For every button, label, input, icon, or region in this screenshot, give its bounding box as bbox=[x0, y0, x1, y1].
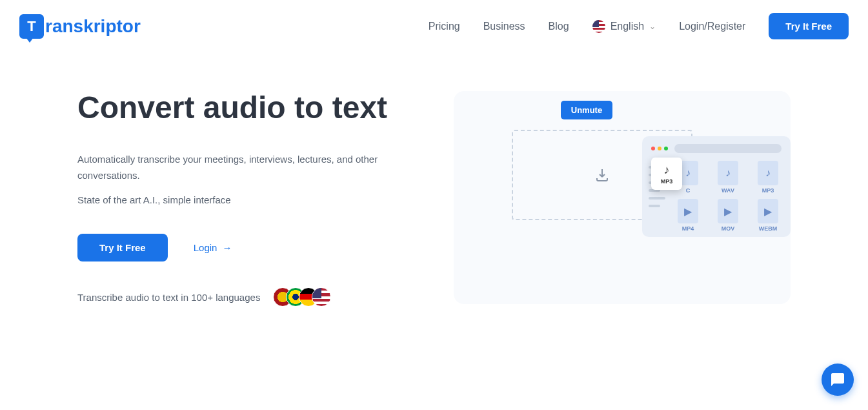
file-grid: ♪ MP3 ♪ C ♪ WAV ♪ MP3 bbox=[671, 161, 785, 232]
language-label: English bbox=[611, 21, 644, 32]
file-tile[interactable]: ♪ MP3 bbox=[751, 161, 785, 194]
hero-try-free-button[interactable]: Try It Free bbox=[77, 234, 168, 261]
music-note-icon: ♪ bbox=[725, 167, 731, 179]
logo-text: ranskriptor bbox=[45, 16, 141, 37]
chevron-down-icon: ⌄ bbox=[649, 22, 656, 31]
window-max-dot bbox=[664, 147, 668, 150]
file-label: C bbox=[686, 187, 691, 194]
languages-note: Transcribe audio to text in 100+ languag… bbox=[77, 287, 415, 307]
dragged-file-label: MP3 bbox=[661, 178, 673, 185]
chat-icon bbox=[830, 372, 845, 387]
file-label: WEBM bbox=[759, 225, 778, 232]
login-label: Login bbox=[194, 242, 217, 253]
dragged-file-icon: ♪ MP3 bbox=[651, 158, 682, 190]
window-close-dot bbox=[651, 147, 655, 150]
unmute-button[interactable]: Unmute bbox=[561, 101, 612, 119]
hero-content: Convert audio to text Automatically tran… bbox=[77, 91, 415, 307]
hero-title: Convert audio to text bbox=[77, 91, 415, 125]
nav-login-register[interactable]: Login/Register bbox=[679, 21, 745, 32]
language-selector[interactable]: English ⌄ bbox=[592, 20, 656, 33]
file-icon: ▶ bbox=[678, 199, 698, 223]
music-note-icon: ♪ bbox=[765, 167, 771, 179]
file-tile[interactable]: ▶ WEBM bbox=[751, 199, 785, 232]
try-free-button[interactable]: Try It Free bbox=[769, 13, 849, 39]
chat-bubble[interactable] bbox=[822, 364, 854, 396]
logo-icon: T bbox=[19, 14, 44, 39]
arrow-right-icon: → bbox=[222, 242, 232, 253]
nav-business[interactable]: Business bbox=[483, 21, 525, 32]
play-icon: ▶ bbox=[724, 205, 732, 218]
play-icon: ▶ bbox=[684, 205, 692, 218]
file-icon: ▶ bbox=[718, 199, 738, 223]
hero-login-link[interactable]: Login → bbox=[194, 242, 232, 253]
play-icon: ▶ bbox=[764, 205, 772, 218]
music-note-icon: ♪ bbox=[664, 163, 670, 177]
music-note-icon: ♪ bbox=[685, 167, 691, 179]
browser-search bbox=[674, 144, 782, 153]
hero-description-1: Automatically transcribe your meetings, … bbox=[77, 151, 415, 184]
file-label: MP4 bbox=[682, 225, 694, 232]
nav-blog[interactable]: Blog bbox=[549, 21, 569, 32]
browser-titlebar bbox=[647, 141, 785, 156]
file-browser: ♪ MP3 ♪ C ♪ WAV ♪ MP3 bbox=[642, 136, 791, 237]
file-label: MOV bbox=[722, 225, 735, 232]
languages-text: Transcribe audio to text in 100+ languag… bbox=[77, 292, 260, 303]
flag-cluster bbox=[273, 287, 331, 307]
flag-us-cluster-icon bbox=[312, 287, 331, 307]
browser-body: ♪ MP3 ♪ C ♪ WAV ♪ MP3 bbox=[647, 161, 785, 232]
file-label: WAV bbox=[722, 187, 734, 194]
window-min-dot bbox=[658, 147, 661, 150]
file-label: MP3 bbox=[762, 187, 774, 194]
file-icon: ♪ bbox=[718, 161, 738, 185]
demo-area: Unmute bbox=[454, 91, 791, 304]
nav-pricing[interactable]: Pricing bbox=[429, 21, 460, 32]
logo[interactable]: T ranskriptor bbox=[19, 14, 141, 39]
file-tile[interactable]: ♪ MP3 ♪ C bbox=[671, 161, 705, 194]
nav: Pricing Business Blog English ⌄ Login/Re… bbox=[429, 13, 849, 39]
hero-buttons: Try It Free Login → bbox=[77, 234, 415, 261]
file-tile[interactable]: ▶ MOV bbox=[711, 199, 745, 232]
file-icon: ▶ bbox=[758, 199, 778, 223]
hero-description-2: State of the art A.I., simple interface bbox=[77, 192, 415, 209]
header: T ranskriptor Pricing Business Blog Engl… bbox=[0, 0, 868, 52]
flag-us-icon bbox=[592, 20, 605, 33]
download-icon bbox=[594, 167, 610, 183]
file-tile[interactable]: ▶ MP4 bbox=[671, 199, 705, 232]
file-tile[interactable]: ♪ WAV bbox=[711, 161, 745, 194]
demo-panel: Unmute bbox=[454, 91, 791, 307]
main: Convert audio to text Automatically tran… bbox=[0, 52, 868, 307]
file-icon: ♪ bbox=[758, 161, 778, 185]
